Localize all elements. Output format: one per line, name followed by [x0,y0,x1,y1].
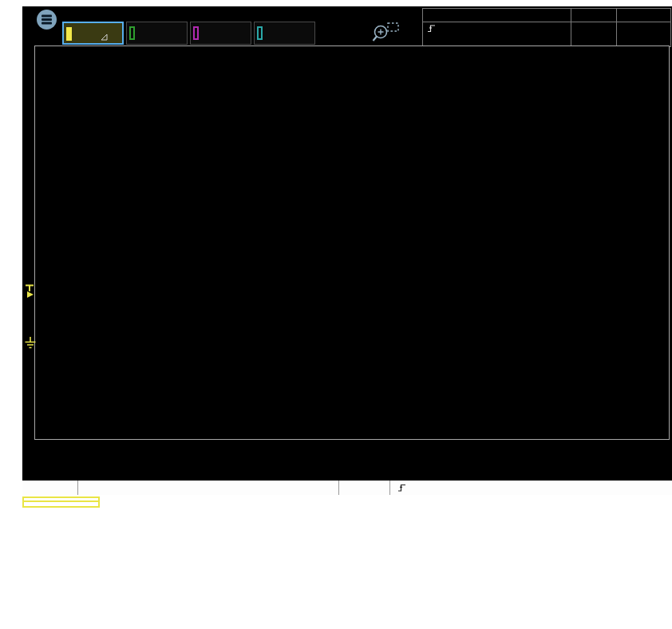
waveform-plot [35,46,669,439]
channel-3-button[interactable] [190,22,251,45]
hamburger-icon [37,10,57,30]
acquire-settings [78,481,339,495]
acquisition-count [571,9,616,22]
edge-trigger-icon [397,483,406,493]
oscilloscope-screen [22,6,672,495]
trigger-settings-panel[interactable] [423,22,571,46]
trigger-level-marker[interactable] [24,284,36,299]
cursor-t1-readout [83,450,156,461]
status-row-1 [423,9,670,22]
cursor-measurements [83,450,156,481]
edge-trigger-icon [427,24,436,33]
menu-button[interactable] [27,10,65,30]
channel-1-color-indicator [66,27,72,41]
acquire-trigger-bar [22,481,672,495]
acquire-section[interactable] [22,481,78,495]
channel-2-button[interactable] [126,22,188,45]
page [0,0,672,629]
channel-2-color-indicator [129,26,135,40]
ch1-info-box[interactable] [22,496,100,508]
channel-3-color-indicator [193,26,199,40]
run-state [616,9,670,22]
status-row-2 [423,22,670,46]
channel-4-color-indicator [257,26,263,40]
zoom-search-icon[interactable] [370,21,401,45]
ground-level-marker [24,337,37,350]
trigger-settings [390,481,672,495]
channel-4-button[interactable] [254,22,315,45]
channel-row [62,22,315,45]
acquisition-mode-panel[interactable] [616,22,670,46]
history-panel[interactable] [571,22,616,46]
waveform-graticule [34,45,670,440]
trigger-section[interactable] [339,481,390,495]
cursor-t2-readout [83,461,156,471]
probe-icon [101,34,108,41]
ch1-settings [24,502,98,506]
status-info-panel [422,8,671,47]
channel-1-button[interactable] [62,22,124,45]
cursor-dt-readout [83,470,156,481]
